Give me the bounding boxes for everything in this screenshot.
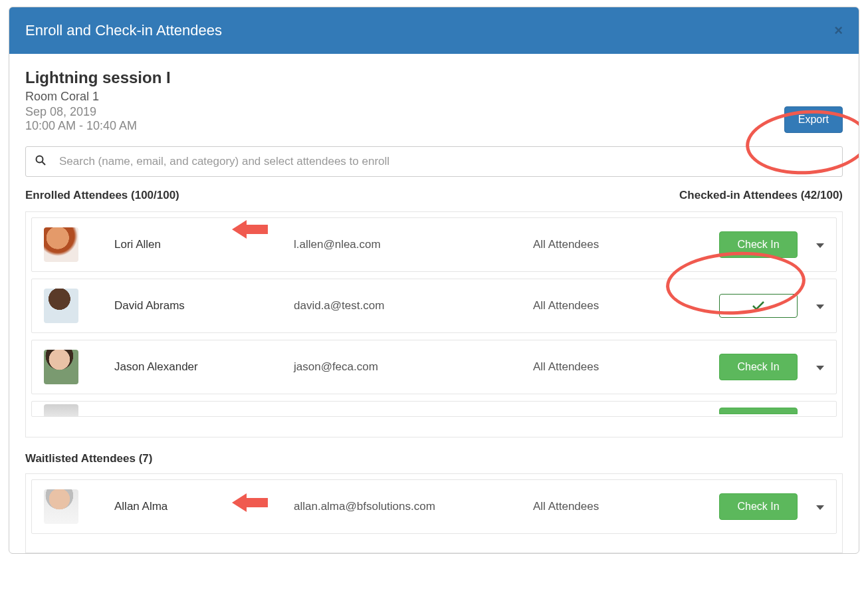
attendee-name: Allan Alma xyxy=(114,500,294,513)
enrolled-counter: Enrolled Attendees (100/100) xyxy=(25,189,179,202)
checked-in-counter: Checked-in Attendees (42/100) xyxy=(679,189,843,202)
avatar xyxy=(44,350,78,384)
attendee-row-partial xyxy=(31,401,837,417)
attendee-category: All Attendees xyxy=(533,299,719,312)
modal-header: Enroll and Check-in Attendees × xyxy=(9,7,859,54)
session-header: Lightning session I Room Coral 1 Sep 08,… xyxy=(25,68,843,133)
search-input[interactable] xyxy=(59,155,833,168)
close-icon[interactable]: × xyxy=(834,22,843,39)
row-menu-toggle[interactable] xyxy=(798,239,824,251)
attendee-name: David Abrams xyxy=(114,299,294,312)
attendee-name: Lori Allen xyxy=(114,238,294,251)
chevron-down-icon xyxy=(816,366,824,370)
session-date: Sep 08, 2019 xyxy=(25,105,171,119)
row-menu-toggle[interactable] xyxy=(798,361,824,373)
export-button[interactable]: Export xyxy=(784,106,843,133)
svg-line-1 xyxy=(43,162,46,166)
svg-point-0 xyxy=(37,156,43,163)
chevron-down-icon xyxy=(816,243,824,248)
search-bar[interactable] xyxy=(25,146,843,177)
attendee-category: All Attendees xyxy=(533,500,719,513)
check-in-button[interactable]: Check In xyxy=(719,231,798,258)
row-menu-toggle[interactable] xyxy=(798,300,824,312)
checked-in-button[interactable] xyxy=(719,294,798,318)
avatar xyxy=(44,404,78,417)
avatar xyxy=(44,489,78,524)
chevron-down-icon xyxy=(816,505,824,510)
chevron-down-icon xyxy=(816,305,824,309)
avatar xyxy=(44,227,78,262)
attendee-category: All Attendees xyxy=(533,238,719,251)
attendee-row: David Abrams david.a@test.com All Attend… xyxy=(31,279,837,333)
check-in-button[interactable]: Check In xyxy=(719,493,798,520)
modal-body: Lightning session I Room Coral 1 Sep 08,… xyxy=(9,54,859,553)
attendee-category: All Attendees xyxy=(533,360,719,374)
modal-title: Enroll and Check-in Attendees xyxy=(25,22,222,39)
enroll-checkin-modal: Enroll and Check-in Attendees × Lightnin… xyxy=(9,7,859,554)
attendee-email: jason@feca.com xyxy=(294,360,533,374)
attendee-email: allan.alma@bfsolutions.com xyxy=(294,500,533,513)
attendee-email: david.a@test.com xyxy=(294,299,533,312)
attendee-email: l.allen@nlea.com xyxy=(294,238,533,251)
attendee-name: Jason Alexander xyxy=(114,360,294,374)
waitlist-list[interactable]: Allan Alma allan.alma@bfsolutions.com Al… xyxy=(25,473,843,553)
search-icon xyxy=(35,155,46,168)
waitlist-counter: Waitlisted Attendees (7) xyxy=(25,452,843,465)
session-time: 10:00 AM - 10:40 AM xyxy=(25,119,171,133)
counter-row: Enrolled Attendees (100/100) Checked-in … xyxy=(25,189,843,202)
attendee-row: Lori Allen l.allen@nlea.com All Attendee… xyxy=(31,217,837,272)
attendee-row: Jason Alexander jason@feca.com All Atten… xyxy=(31,340,837,394)
session-title: Lightning session I xyxy=(25,68,171,87)
check-icon xyxy=(752,301,764,310)
check-in-button[interactable]: Check In xyxy=(719,354,798,380)
enrolled-list[interactable]: Lori Allen l.allen@nlea.com All Attendee… xyxy=(25,211,843,437)
session-info: Lightning session I Room Coral 1 Sep 08,… xyxy=(25,68,171,133)
attendee-row: Allan Alma allan.alma@bfsolutions.com Al… xyxy=(31,479,837,534)
check-in-button[interactable] xyxy=(719,408,798,414)
session-room: Room Coral 1 xyxy=(25,90,171,104)
row-menu-toggle[interactable] xyxy=(798,501,824,513)
avatar xyxy=(44,289,78,323)
